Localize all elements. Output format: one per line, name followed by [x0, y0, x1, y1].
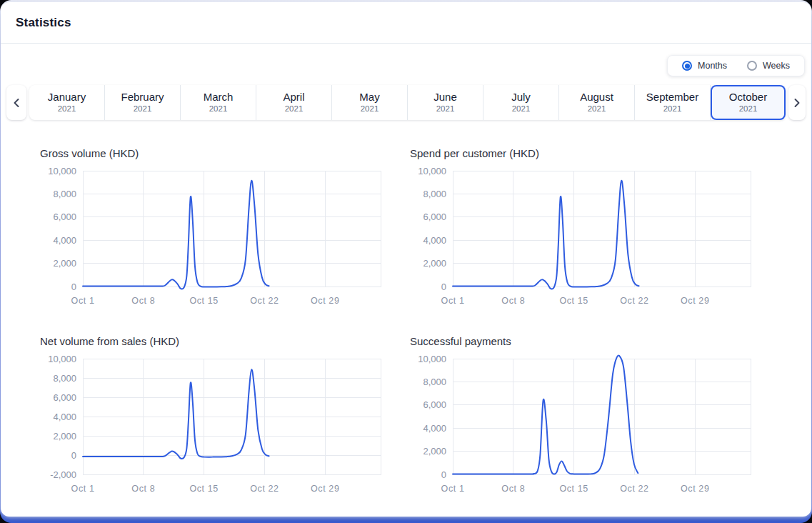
chevron-left-icon — [12, 98, 21, 108]
tab-month-label: August — [580, 91, 613, 104]
charts-grid: Gross volume (HKD) 02,0004,0006,0008,000… — [1, 120, 811, 494]
svg-text:Oct 1: Oct 1 — [441, 296, 465, 306]
tab-october[interactable]: October2021 — [711, 85, 786, 120]
radio-icon — [747, 61, 757, 71]
svg-text:8,000: 8,000 — [53, 373, 76, 384]
svg-text:Oct 15: Oct 15 — [559, 296, 588, 306]
tab-month-label: June — [433, 91, 457, 104]
svg-text:2,000: 2,000 — [53, 431, 76, 442]
svg-text:2,000: 2,000 — [423, 258, 446, 269]
svg-text:10,000: 10,000 — [418, 166, 446, 176]
panel-header: Statistics — [1, 2, 811, 44]
svg-text:8,000: 8,000 — [53, 189, 76, 199]
prev-month-button[interactable] — [6, 85, 26, 120]
tab-february[interactable]: February2021 — [105, 85, 181, 120]
svg-text:Oct 15: Oct 15 — [189, 484, 218, 494]
month-selector: January2021February2021March2021April202… — [1, 76, 811, 120]
tab-month-label: February — [121, 91, 164, 104]
tab-year-label: 2021 — [739, 104, 758, 114]
svg-text:Oct 22: Oct 22 — [620, 484, 648, 494]
svg-text:8,000: 8,000 — [423, 189, 446, 199]
svg-text:0: 0 — [441, 469, 446, 480]
tab-march[interactable]: March2021 — [181, 85, 256, 120]
tab-may[interactable]: May2021 — [332, 85, 408, 120]
svg-text:0: 0 — [441, 282, 446, 292]
tab-year-label: 2021 — [512, 104, 531, 114]
page-title: Statistics — [16, 16, 71, 30]
svg-text:Oct 1: Oct 1 — [71, 296, 95, 306]
tab-year-label: 2021 — [134, 104, 152, 114]
tab-april[interactable]: April2021 — [256, 85, 332, 120]
tab-january[interactable]: January2021 — [29, 85, 105, 120]
tab-year-label: 2021 — [436, 104, 455, 114]
svg-text:Oct 1: Oct 1 — [441, 484, 465, 494]
tab-month-label: July — [511, 91, 531, 104]
svg-text:Oct 15: Oct 15 — [559, 484, 588, 494]
view-toggle: MonthsWeeks — [667, 55, 805, 76]
svg-text:Oct 29: Oct 29 — [311, 484, 339, 494]
tab-july[interactable]: July2021 — [483, 85, 559, 120]
app-window: Statistics MonthsWeeks January2021Februa… — [0, 0, 812, 523]
tab-month-label: April — [283, 91, 304, 104]
svg-text:Oct 29: Oct 29 — [681, 484, 709, 494]
svg-text:4,000: 4,000 — [53, 412, 76, 422]
chart-title: Gross volume (HKD) — [40, 147, 381, 159]
chart-title: Spend per customer (HKD) — [410, 147, 751, 159]
radio-weeks[interactable]: Weeks — [747, 61, 790, 71]
tab-month-label: March — [204, 91, 234, 104]
svg-text:Oct 8: Oct 8 — [131, 484, 155, 494]
svg-text:10,000: 10,000 — [48, 166, 76, 176]
svg-text:4,000: 4,000 — [423, 235, 446, 246]
svg-text:Oct 15: Oct 15 — [189, 296, 218, 306]
next-month-button[interactable] — [788, 85, 806, 120]
svg-text:4,000: 4,000 — [53, 235, 76, 246]
svg-text:6,000: 6,000 — [53, 392, 76, 403]
svg-text:8,000: 8,000 — [423, 377, 446, 387]
radio-months[interactable]: Months — [682, 61, 727, 71]
tab-august[interactable]: August2021 — [559, 85, 635, 120]
tab-year-label: 2021 — [588, 104, 606, 114]
tab-month-label: September — [646, 91, 698, 104]
gross-volume-plot: 02,0004,0006,0008,00010,000Oct 1Oct 8Oct… — [40, 166, 381, 307]
svg-text:2,000: 2,000 — [423, 446, 446, 457]
chart-net-volume: Net volume from sales (HKD) -2,00002,000… — [40, 335, 381, 494]
tab-month-label: October — [729, 91, 767, 104]
svg-text:Oct 29: Oct 29 — [311, 296, 339, 306]
svg-text:Oct 8: Oct 8 — [501, 296, 525, 306]
radio-label: Months — [698, 61, 727, 71]
svg-text:6,000: 6,000 — [423, 211, 446, 222]
svg-text:Oct 22: Oct 22 — [250, 484, 279, 494]
svg-text:0: 0 — [71, 282, 76, 292]
svg-text:Oct 1: Oct 1 — [71, 484, 95, 494]
chart-spend-per-customer: Spend per customer (HKD) 02,0004,0006,00… — [410, 147, 751, 307]
radio-label: Weeks — [763, 61, 790, 71]
tab-year-label: 2021 — [285, 104, 304, 114]
tab-june[interactable]: June2021 — [408, 85, 483, 120]
svg-text:6,000: 6,000 — [423, 399, 446, 410]
svg-text:Oct 8: Oct 8 — [131, 296, 155, 306]
svg-text:-2,000: -2,000 — [50, 469, 76, 480]
tab-year-label: 2021 — [209, 104, 228, 114]
tab-year-label: 2021 — [663, 104, 682, 114]
svg-text:Oct 29: Oct 29 — [681, 296, 709, 306]
svg-text:10,000: 10,000 — [418, 354, 446, 364]
tab-year-label: 2021 — [361, 104, 379, 114]
svg-text:6,000: 6,000 — [53, 211, 76, 222]
chart-successful-payments: Successful payments 02,0004,0006,0008,00… — [410, 335, 751, 494]
chart-title: Successful payments — [410, 335, 751, 347]
controls-row: MonthsWeeks — [1, 44, 811, 76]
radio-icon — [682, 61, 692, 71]
tab-september[interactable]: September2021 — [635, 85, 711, 120]
net-volume-plot: -2,00002,0004,0006,0008,00010,000Oct 1Oc… — [40, 354, 381, 494]
spend-per-customer-plot: 02,0004,0006,0008,00010,000Oct 1Oct 8Oct… — [410, 166, 751, 307]
chevron-right-icon — [793, 98, 801, 108]
month-tabs: January2021February2021March2021April202… — [29, 85, 786, 120]
svg-text:2,000: 2,000 — [53, 258, 76, 269]
svg-text:Oct 8: Oct 8 — [501, 484, 525, 494]
tab-year-label: 2021 — [58, 104, 76, 114]
statistics-panel: Statistics MonthsWeeks January2021Februa… — [1, 2, 811, 517]
chart-title: Net volume from sales (HKD) — [40, 335, 381, 347]
tab-month-label: January — [48, 91, 86, 104]
svg-text:10,000: 10,000 — [48, 354, 76, 364]
tab-month-label: May — [359, 91, 379, 104]
